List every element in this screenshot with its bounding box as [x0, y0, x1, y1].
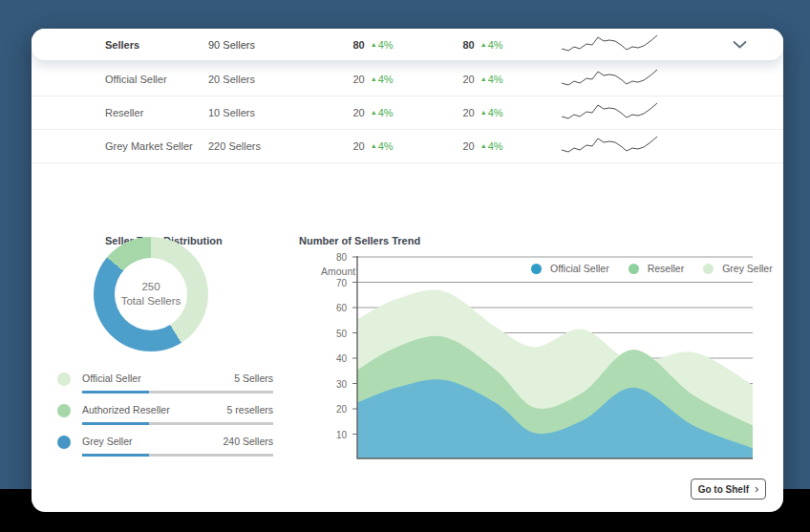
row-count: 20 Sellers: [208, 74, 323, 85]
row-pct-2: 20▲4%: [423, 107, 543, 118]
y-axis-tick: 70: [318, 278, 347, 288]
dashboard-card: Sellers 90 Sellers 80▲4% 80▲4% Official …: [32, 29, 783, 512]
row-sparkline: [543, 134, 659, 159]
row-sparkline: [543, 100, 659, 125]
table-row[interactable]: Reseller 10 Sellers 20▲4% 20▲4%: [32, 96, 783, 130]
legend-value: 5 resellers: [227, 404, 273, 415]
official-seller-dot-icon: [57, 372, 71, 386]
legend-value: 240 Sellers: [223, 436, 273, 447]
up-arrow-icon: ▲: [371, 109, 377, 116]
up-arrow-icon: ▲: [371, 75, 377, 82]
legend-row: Grey Seller 240 Sellers: [57, 434, 273, 465]
y-axis-tick: 60: [318, 303, 347, 313]
row-pct-2: 20▲4%: [423, 140, 543, 152]
donut-chart: 250 Total Sellers: [94, 237, 208, 351]
row-pct-2: 20▲4%: [423, 74, 543, 85]
go-to-shelf-button[interactable]: Go to Shelf ›: [691, 479, 766, 500]
legend-value: 5 Sellers: [234, 372, 273, 384]
summary-pct-2: 80▲4%: [423, 39, 543, 51]
table-row[interactable]: Grey Market Seller 220 Sellers 20▲4% 20▲…: [32, 130, 783, 163]
summary-name: Sellers: [105, 39, 208, 51]
row-sparkline: [543, 67, 659, 92]
up-arrow-icon: ▲: [480, 109, 487, 116]
progress-bar: [82, 422, 273, 425]
row-name: Reseller: [105, 107, 208, 118]
distribution-legend: Official Seller 5 Sellers Authorized Res…: [57, 371, 273, 465]
up-arrow-icon: ▲: [371, 142, 377, 149]
legend-row: Authorized Reseller 5 resellers: [57, 402, 273, 434]
y-axis-tick: 20: [318, 404, 347, 415]
donut-total-label: Total Sellers: [121, 294, 181, 309]
summary-count: 90 Sellers: [208, 39, 323, 51]
donut-total-value: 250: [141, 280, 160, 294]
y-axis-tick: 50: [318, 329, 347, 339]
progress-bar: [82, 454, 273, 457]
trend-title: Number of Sellers Trend: [299, 235, 420, 246]
row-pct-1: 20▲4%: [323, 107, 423, 118]
summary-sparkline: [543, 32, 659, 57]
table-summary-row[interactable]: Sellers 90 Sellers 80▲4% 80▲4%: [32, 29, 783, 60]
seller-table: Official Seller 20 Sellers 20▲4% 20▲4% R…: [32, 61, 783, 163]
table-row[interactable]: Official Seller 20 Sellers 20▲4% 20▲4%: [32, 61, 783, 96]
legend-label: Official Seller: [82, 372, 141, 384]
area-chart: 1020304050607080: [326, 256, 753, 460]
row-count: 10 Sellers: [208, 107, 323, 118]
screen: Sellers 90 Sellers 80▲4% 80▲4% Official …: [0, 0, 810, 532]
up-arrow-icon: ▲: [480, 41, 487, 48]
grey-seller-dot-icon: [57, 436, 71, 449]
chevron-right-icon: ›: [755, 484, 758, 494]
summary-pct-1: 80▲4%: [323, 39, 423, 51]
y-axis-tick: 40: [318, 353, 347, 364]
row-pct-1: 20▲4%: [323, 74, 423, 85]
legend-label: Grey Seller: [82, 436, 133, 447]
y-axis-tick: 80: [318, 252, 347, 263]
up-arrow-icon: ▲: [371, 41, 377, 48]
donut-center: 250 Total Sellers: [115, 258, 187, 330]
row-count: 220 Sellers: [208, 140, 323, 152]
legend-row: Official Seller 5 Sellers: [57, 371, 273, 402]
progress-bar: [82, 391, 273, 394]
row-pct-1: 20▲4%: [323, 140, 423, 152]
chevron-down-icon[interactable]: [733, 40, 747, 49]
y-axis-tick: 10: [318, 430, 347, 440]
legend-label: Authorized Reseller: [82, 404, 170, 415]
button-label: Go to Shelf: [698, 484, 749, 495]
authorized-reseller-dot-icon: [57, 404, 71, 417]
up-arrow-icon: ▲: [480, 75, 487, 82]
y-axis-tick: 30: [318, 379, 347, 390]
row-name: Official Seller: [105, 74, 208, 85]
row-name: Grey Market Seller: [105, 140, 208, 152]
up-arrow-icon: ▲: [480, 142, 487, 149]
